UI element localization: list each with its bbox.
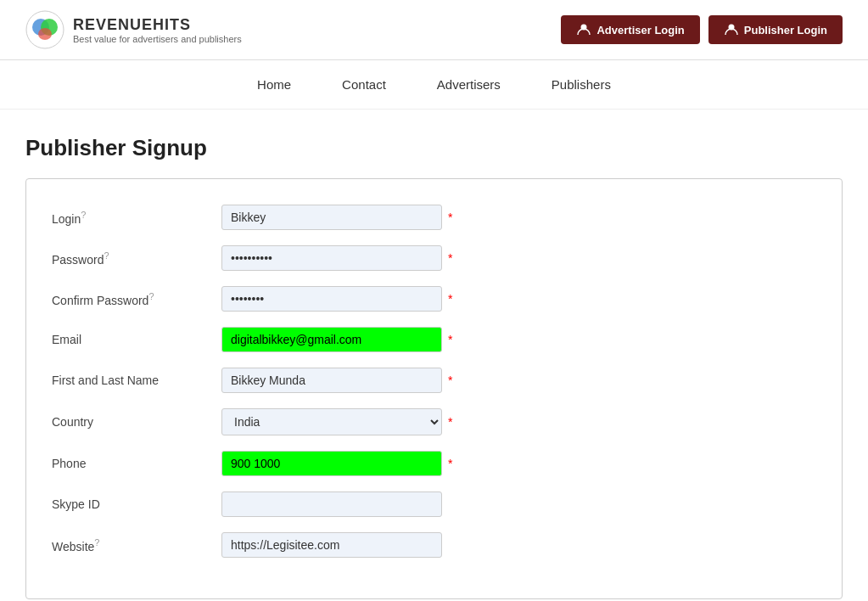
- login-input[interactable]: [221, 205, 442, 230]
- form-row-confirm-password: Confirm Password? *: [52, 286, 816, 312]
- confirm-password-input[interactable]: [221, 286, 442, 312]
- website-input[interactable]: [221, 532, 442, 558]
- label-password: Password?: [52, 250, 221, 267]
- form-row-phone: Phone *: [52, 451, 816, 476]
- advertiser-icon: [576, 22, 591, 37]
- form-row-skype: Skype ID: [52, 491, 816, 517]
- form-row-login: Login? *: [52, 205, 816, 230]
- label-email: Email: [52, 333, 221, 346]
- main-content: Publisher Signup Login? * Password? *: [0, 110, 868, 601]
- login-required: *: [448, 211, 452, 224]
- form-row-full-name: First and Last Name *: [52, 368, 816, 393]
- phone-input[interactable]: [221, 451, 442, 476]
- main-nav: Home Contact Advertisers Publishers: [0, 60, 868, 110]
- country-required: *: [448, 415, 452, 429]
- nav-home[interactable]: Home: [257, 77, 291, 92]
- login-field-wrap: *: [221, 205, 816, 230]
- label-confirm-password: Confirm Password?: [52, 291, 221, 307]
- form-row-website: Website?: [52, 532, 816, 558]
- logo-name: REVENUEHITS: [73, 16, 242, 34]
- skype-field-wrap: [221, 491, 816, 517]
- email-input[interactable]: [221, 327, 442, 352]
- password-required: *: [448, 251, 452, 265]
- website-tooltip[interactable]: ?: [94, 537, 99, 548]
- header: REVENUEHITS Best value for advertisers a…: [0, 0, 868, 60]
- full-name-required: *: [448, 374, 452, 387]
- publisher-login-label: Publisher Login: [744, 24, 827, 37]
- logo-icon: [25, 10, 64, 49]
- page-title: Publisher Signup: [25, 135, 843, 161]
- password-field-wrap: *: [221, 245, 816, 271]
- label-full-name: First and Last Name: [52, 374, 221, 387]
- phone-field-wrap: *: [221, 451, 816, 476]
- label-skype: Skype ID: [52, 497, 221, 511]
- country-select[interactable]: India United States United Kingdom Canad…: [221, 408, 442, 435]
- publisher-login-button[interactable]: Publisher Login: [708, 15, 843, 44]
- password-tooltip[interactable]: ?: [104, 250, 109, 261]
- confirm-password-tooltip[interactable]: ?: [148, 291, 154, 301]
- full-name-input[interactable]: [221, 368, 442, 393]
- header-buttons: Advertiser Login Publisher Login: [561, 15, 843, 44]
- full-name-field-wrap: *: [221, 368, 816, 393]
- phone-required: *: [448, 457, 452, 470]
- email-required: *: [448, 333, 452, 346]
- email-field-wrap: *: [221, 327, 816, 352]
- website-field-wrap: [221, 532, 816, 558]
- form-row-password: Password? *: [52, 245, 816, 271]
- advertiser-login-button[interactable]: Advertiser Login: [561, 15, 699, 44]
- login-tooltip[interactable]: ?: [81, 210, 86, 220]
- nav-contact[interactable]: Contact: [342, 77, 386, 92]
- label-website: Website?: [52, 537, 221, 553]
- nav-advertisers[interactable]: Advertisers: [437, 77, 501, 92]
- label-login: Login?: [52, 210, 221, 226]
- confirm-password-field-wrap: *: [221, 286, 816, 312]
- advertiser-login-label: Advertiser Login: [596, 24, 684, 37]
- logo-tagline: Best value for advertisers and publisher…: [73, 34, 242, 44]
- publisher-icon: [724, 22, 739, 37]
- skype-input[interactable]: [221, 491, 442, 517]
- nav-publishers[interactable]: Publishers: [552, 77, 611, 92]
- country-field-wrap: India United States United Kingdom Canad…: [221, 408, 816, 435]
- password-input[interactable]: [221, 245, 442, 271]
- logo-text: REVENUEHITS Best value for advertisers a…: [73, 16, 242, 44]
- confirm-password-required: *: [448, 292, 452, 306]
- form-row-email: Email *: [52, 327, 816, 352]
- label-country: Country: [52, 415, 221, 429]
- logo-area: REVENUEHITS Best value for advertisers a…: [25, 10, 242, 49]
- form-row-country: Country India United States United Kingd…: [52, 408, 816, 435]
- svg-point-3: [38, 28, 52, 40]
- signup-form-card: Login? * Password? * Confirm Password?: [25, 178, 843, 599]
- label-phone: Phone: [52, 457, 221, 470]
